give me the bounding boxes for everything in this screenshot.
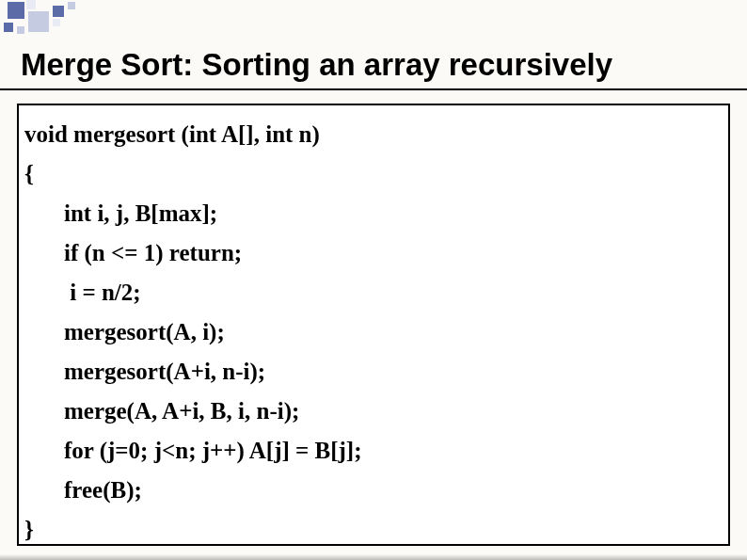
code-line: { xyxy=(24,154,723,194)
corner-decoration xyxy=(0,0,151,42)
slide-title: Merge Sort: Sorting an array recursively xyxy=(21,47,612,83)
code-line: free(B); xyxy=(24,471,723,510)
code-line: int i, j, B[max]; xyxy=(24,194,723,233)
code-line: merge(A, A+i, B, i, n-i); xyxy=(24,392,723,431)
title-underline xyxy=(0,88,747,90)
bottom-shadow xyxy=(0,554,747,560)
code-line: mergesort(A, i); xyxy=(24,312,723,352)
code-line: if (n <= 1) return; xyxy=(24,233,723,273)
code-line: } xyxy=(24,510,723,550)
code-line: i = n/2; xyxy=(24,273,723,312)
code-box: void mergesort (int A[], int n) { int i,… xyxy=(17,104,730,546)
code-line: void mergesort (int A[], int n) xyxy=(24,115,723,154)
code-line: mergesort(A+i, n-i); xyxy=(24,352,723,392)
code-line: for (j=0; j<n; j++) A[j] = B[j]; xyxy=(24,431,723,471)
